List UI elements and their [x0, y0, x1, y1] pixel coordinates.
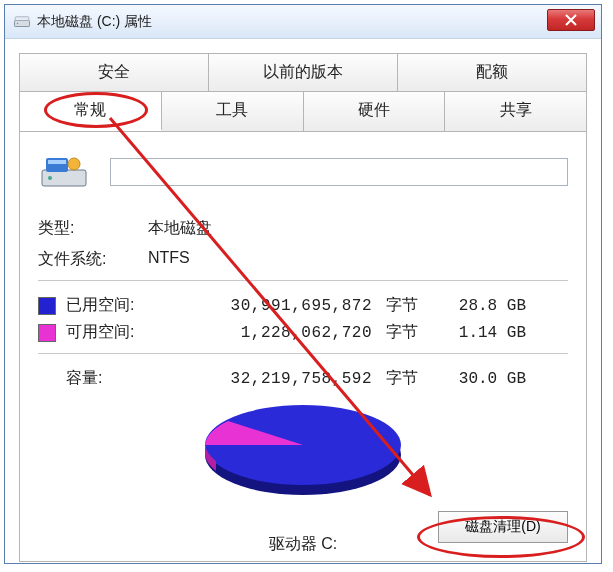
tab-sharing[interactable]: 共享: [445, 92, 586, 131]
free-label: 可用空间:: [66, 322, 186, 343]
disk-cleanup-button[interactable]: 磁盘清理(D): [438, 511, 568, 543]
filesystem-label: 文件系统:: [38, 249, 148, 270]
pie-chart-wrap: [38, 397, 568, 507]
capacity-row: 容量: 32,219,758,592 字节 30.0 GB: [38, 368, 568, 389]
general-panel: 类型: 本地磁盘 文件系统: NTFS 已用空间: 30,991,695,872…: [19, 132, 587, 562]
capacity-gb: 30.0 GB: [436, 370, 526, 388]
used-unit: 字节: [386, 295, 436, 316]
capacity-bytes: 32,219,758,592: [186, 370, 386, 388]
svg-point-4: [48, 176, 52, 180]
usage-pie-chart: [198, 397, 408, 507]
drive-icon: [13, 13, 31, 31]
tab-tools[interactable]: 工具: [162, 92, 304, 131]
svg-rect-6: [48, 160, 66, 164]
free-space-row: 可用空间: 1,228,062,720 字节 1.14 GB: [38, 322, 568, 343]
type-value: 本地磁盘: [148, 218, 212, 239]
free-bytes: 1,228,062,720: [186, 324, 386, 342]
filesystem-row: 文件系统: NTFS: [38, 249, 568, 270]
properties-dialog: 本地磁盘 (C:) 属性 安全 以前的版本 配额 常规 工具 硬件 共享: [4, 4, 602, 564]
drive-large-icon: [38, 152, 90, 192]
dialog-content: 安全 以前的版本 配额 常规 工具 硬件 共享 类型:: [5, 39, 601, 562]
svg-point-1: [17, 22, 19, 24]
close-icon: [565, 14, 577, 26]
drive-name-input[interactable]: [110, 158, 568, 186]
tab-general[interactable]: 常规: [20, 92, 162, 131]
tab-previous-versions[interactable]: 以前的版本: [209, 54, 398, 91]
window-title: 本地磁盘 (C:) 属性: [37, 13, 152, 31]
divider: [38, 353, 568, 354]
tab-security[interactable]: 安全: [20, 54, 209, 91]
drive-name-row: [38, 152, 568, 192]
titlebar[interactable]: 本地磁盘 (C:) 属性: [5, 5, 601, 39]
type-row: 类型: 本地磁盘: [38, 218, 568, 239]
free-unit: 字节: [386, 322, 436, 343]
type-label: 类型:: [38, 218, 148, 239]
capacity-unit: 字节: [386, 368, 436, 389]
divider: [38, 280, 568, 281]
used-bytes: 30,991,695,872: [186, 297, 386, 315]
tab-hardware[interactable]: 硬件: [304, 92, 446, 131]
drive-letter-label: 驱动器 C:: [269, 534, 337, 555]
close-button[interactable]: [547, 9, 595, 31]
used-label: 已用空间:: [66, 295, 186, 316]
tabs-row-bottom: 常规 工具 硬件 共享: [19, 91, 587, 132]
svg-rect-2: [15, 16, 29, 20]
tab-quota[interactable]: 配额: [398, 54, 586, 91]
free-swatch: [38, 324, 56, 342]
used-swatch: [38, 297, 56, 315]
used-space-row: 已用空间: 30,991,695,872 字节 28.8 GB: [38, 295, 568, 316]
free-gb: 1.14 GB: [436, 324, 526, 342]
capacity-label: 容量:: [66, 368, 186, 389]
filesystem-value: NTFS: [148, 249, 190, 270]
used-gb: 28.8 GB: [436, 297, 526, 315]
svg-point-7: [68, 158, 80, 170]
tabs-row-top: 安全 以前的版本 配额: [19, 53, 587, 91]
